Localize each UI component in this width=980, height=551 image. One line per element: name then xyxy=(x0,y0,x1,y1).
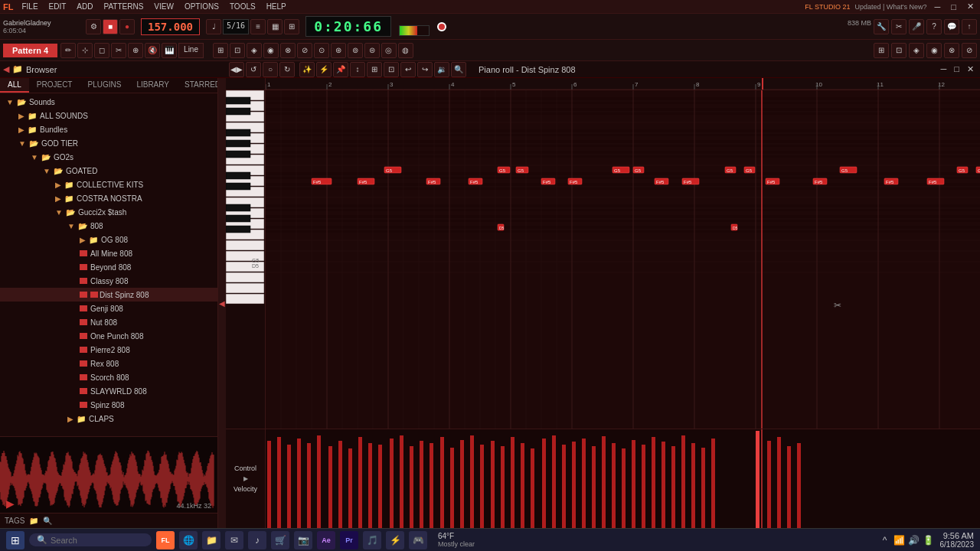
taskbar-app-premiere[interactable]: Pr xyxy=(340,531,358,549)
taskbar-app-after-effects[interactable]: Ae xyxy=(317,531,335,549)
pr-tool4[interactable]: ↻ xyxy=(279,62,295,77)
tree-goated[interactable]: ▼ 📂 GOATED xyxy=(0,164,217,178)
tab-library[interactable]: LIBRARY xyxy=(129,78,177,93)
snap-icon10[interactable]: ⊜ xyxy=(364,43,380,58)
snap-icon1[interactable]: ⊞ xyxy=(213,43,228,58)
taskbar-app-files[interactable]: 📁 xyxy=(202,531,220,549)
erase-icon[interactable]: ◻ xyxy=(94,43,109,58)
maximize-btn[interactable]: □ xyxy=(948,2,959,11)
tree-all-sounds[interactable]: ▶ 📁 ALL SOUNDS xyxy=(0,109,217,122)
step-seq-icon[interactable]: ⊞ xyxy=(284,19,299,34)
menu-view[interactable]: VIEW xyxy=(152,2,176,11)
taskbar-app-extra2[interactable]: ⚡ xyxy=(386,531,404,549)
taskbar-app-music[interactable]: ♪ xyxy=(248,531,266,549)
tree-pierre2-808[interactable]: Pierre2 808 xyxy=(0,343,217,357)
tree-og-808[interactable]: ▶ 📁 OG 808 xyxy=(0,233,217,246)
tab-all[interactable]: ALL xyxy=(0,78,29,93)
taskbar-app-extra1[interactable]: 🎵 xyxy=(363,531,381,549)
snap-icon11[interactable]: ◎ xyxy=(381,43,397,58)
minimize-btn[interactable]: ─ xyxy=(932,2,944,11)
pr-wand-icon[interactable]: ✨ xyxy=(299,62,315,77)
snap-icon12[interactable]: ◍ xyxy=(398,43,413,58)
mixer-icon[interactable]: ≡ xyxy=(250,19,266,34)
pr-undo-icon[interactable]: ↩ xyxy=(400,62,416,77)
tree-go2s[interactable]: ▼ 📂 GO2s xyxy=(0,150,217,164)
pr-copy-icon[interactable]: ⊞ xyxy=(367,62,382,77)
tree-nut-808[interactable]: Nut 808 xyxy=(0,315,217,329)
collapse-handle[interactable]: ◀ xyxy=(218,78,226,528)
tree-dist-spinz-808[interactable]: Dist Spinz 808 xyxy=(0,288,217,302)
taskbar-app-mail[interactable]: ✉ xyxy=(225,531,243,549)
pr-max-btn[interactable]: □ xyxy=(951,64,962,74)
right-tool5[interactable]: ⊗ xyxy=(944,43,959,58)
tool-icon5[interactable]: 💬 xyxy=(944,19,959,34)
right-tool4[interactable]: ◉ xyxy=(926,43,942,58)
snap-icon7[interactable]: ⊙ xyxy=(314,43,329,58)
bpm-display[interactable]: 157.000 xyxy=(141,18,200,35)
tray-expand-icon[interactable]: ^ xyxy=(879,534,891,546)
tree-god-tier[interactable]: ▼ 📂 GOD TIER xyxy=(0,136,217,150)
right-tool6[interactable]: ⊘ xyxy=(962,43,977,58)
tree-classy-808[interactable]: Classy 808 xyxy=(0,274,217,288)
snap-icon2[interactable]: ⊡ xyxy=(230,43,245,58)
master-vol-knob[interactable] xyxy=(437,22,446,31)
snap-icon8[interactable]: ⊛ xyxy=(331,43,346,58)
menu-file[interactable]: FILE xyxy=(19,2,40,11)
stop-btn[interactable]: ■ xyxy=(103,19,118,34)
right-tool3[interactable]: ◈ xyxy=(909,43,924,58)
tree-costra-nostra[interactable]: ▶ 📁 COSTRA NOSTRA xyxy=(0,191,217,205)
taskbar-app-photos[interactable]: 📷 xyxy=(294,531,312,549)
start-button[interactable]: ⊞ xyxy=(6,531,24,549)
pr-tool1[interactable]: ◀▶ xyxy=(229,62,244,77)
snap-icon9[interactable]: ⊚ xyxy=(348,43,363,58)
velocity-bars[interactable] xyxy=(266,429,980,528)
tree-rex-808[interactable]: Rex 808 xyxy=(0,357,217,370)
pr-volume-icon[interactable]: 🔉 xyxy=(434,62,449,77)
pr-redo-icon[interactable]: ↪ xyxy=(417,62,433,77)
tool-icon2[interactable]: ✂ xyxy=(891,19,906,34)
tray-network-icon[interactable]: 📶 xyxy=(893,534,906,546)
snap-icon3[interactable]: ◈ xyxy=(247,43,262,58)
tool-icon1[interactable]: 🔧 xyxy=(874,19,889,34)
tab-project[interactable]: PROJECT xyxy=(29,78,80,93)
draw-icon[interactable]: ✏ xyxy=(60,43,76,58)
tree-genji-808[interactable]: Genji 808 xyxy=(0,302,217,315)
pr-arrow-icon[interactable]: ↕ xyxy=(350,62,365,77)
taskbar-app-fl-studio[interactable]: FL xyxy=(156,531,175,549)
tree-sounds[interactable]: ▼ 📂 Sounds xyxy=(0,95,217,109)
right-tool2[interactable]: ⊡ xyxy=(891,43,906,58)
taskbar-app-chrome[interactable]: 🌐 xyxy=(179,531,198,549)
pr-pin-icon[interactable]: 📌 xyxy=(333,62,348,77)
note-grid[interactable]: F#5 F#5 F#5 F#5 F#5 F#5 xyxy=(266,90,980,429)
search-waveform-icon[interactable]: 🔍 xyxy=(43,517,52,525)
zoom-icon[interactable]: ⊕ xyxy=(128,43,143,58)
menu-tools[interactable]: TOOLS xyxy=(227,2,258,11)
tree-spinz-808[interactable]: Spinz 808 xyxy=(0,398,217,412)
pr-tool3[interactable]: ○ xyxy=(263,62,278,77)
mute-icon[interactable]: 🔇 xyxy=(145,43,160,58)
pr-magnet-icon[interactable]: ⚡ xyxy=(316,62,332,77)
menu-patterns[interactable]: PATTERNS xyxy=(101,2,145,11)
tree-gucci2x[interactable]: ▼ 📂 Gucci2x $tash xyxy=(0,205,217,219)
piano-icon[interactable]: 🎹 xyxy=(162,43,177,58)
settings-icon[interactable]: ⚙ xyxy=(86,19,101,34)
tab-starred[interactable]: STARRED xyxy=(177,78,218,93)
pr-close-btn[interactable]: ✕ xyxy=(964,64,977,74)
snap-icon6[interactable]: ⊘ xyxy=(297,43,312,58)
save-to-folder-icon[interactable]: 📁 xyxy=(29,517,38,525)
taskbar-app-extra3[interactable]: 🎮 xyxy=(409,531,427,549)
browser-collapse-icon[interactable]: ◀ xyxy=(3,64,9,74)
tree-scorch-808[interactable]: Scorch 808 xyxy=(0,370,217,384)
close-btn[interactable]: ✕ xyxy=(964,2,977,11)
tray-volume-icon[interactable]: 🔊 xyxy=(908,534,920,546)
tree-808[interactable]: ▼ 📂 808 xyxy=(0,219,217,233)
menu-edit[interactable]: EDIT xyxy=(47,2,69,11)
select-icon[interactable]: ⊹ xyxy=(77,43,93,58)
tree-claps[interactable]: ▶ 📁 CLAPS xyxy=(0,412,217,425)
pr-tool2[interactable]: ↺ xyxy=(246,62,261,77)
tree-one-punch-808[interactable]: One Punch 808 xyxy=(0,329,217,343)
tree-all-mine-808[interactable]: All Mine 808 xyxy=(0,246,217,260)
cut-icon[interactable]: ✂ xyxy=(111,43,126,58)
taskbar-search-bar[interactable]: 🔍 xyxy=(29,533,152,546)
metronome-icon[interactable]: ♩ xyxy=(206,19,221,34)
